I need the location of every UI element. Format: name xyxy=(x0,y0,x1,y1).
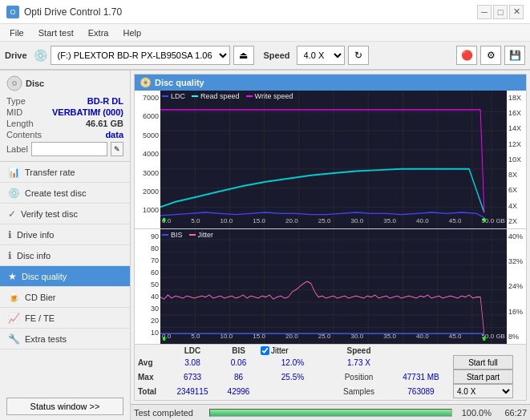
create-disc-icon: 💿 xyxy=(8,188,20,199)
disc-info-label: Disc info xyxy=(17,251,51,260)
sidebar-item-extra-tests[interactable]: 🔧 Extra tests xyxy=(0,329,130,349)
sidebar-item-create-test-disc[interactable]: 💿 Create test disc xyxy=(0,183,130,204)
start-full-button[interactable]: Start full xyxy=(453,355,513,370)
progress-time: 66:27 xyxy=(495,408,527,418)
stats-section: LDC BIS Jitter Speed Avg 3.08 xyxy=(135,344,526,400)
disc-icon xyxy=(6,75,22,91)
speed-label: Speed xyxy=(264,50,290,60)
eject-button[interactable]: ⏏ xyxy=(233,46,254,65)
status-window-area: Status window >> xyxy=(6,398,123,415)
refresh-button[interactable]: ↻ xyxy=(348,46,369,65)
label-input[interactable] xyxy=(31,142,107,156)
sidebar: Disc Type BD-R DL MID VERBATIMf (000) Le… xyxy=(0,71,131,420)
status-text: Test completed xyxy=(134,408,206,418)
avg-label: Avg xyxy=(138,358,168,367)
label-label: Label xyxy=(6,144,28,154)
chart-header: 📀 Disc quality xyxy=(135,75,526,91)
start-part-button[interactable]: Start part xyxy=(453,370,513,384)
disc-header: Disc xyxy=(6,75,123,91)
settings-btn1[interactable]: 🔴 xyxy=(456,46,477,65)
extra-tests-label: Extra tests xyxy=(25,334,67,344)
top-chart: 7000 6000 5000 4000 3000 2000 1000 xyxy=(135,91,526,229)
bis-header: BIS xyxy=(216,346,261,355)
disc-info-icon: ℹ xyxy=(8,250,12,261)
type-label: Type xyxy=(6,96,26,106)
fe-te-icon: 📈 xyxy=(8,313,20,324)
bottom-chart-y-right: 40% 32% 24% 16% 8% xyxy=(507,229,526,344)
app-icon: O xyxy=(6,6,19,18)
sidebar-item-transfer-rate[interactable]: 📊 Transfer rate xyxy=(0,162,130,183)
top-chart-y-left: 7000 6000 5000 4000 3000 2000 1000 xyxy=(135,91,160,228)
charts-container: 7000 6000 5000 4000 3000 2000 1000 xyxy=(135,91,526,344)
speed-select-small[interactable]: 4.0 X xyxy=(453,384,513,398)
label-edit-button[interactable]: ✎ xyxy=(111,142,123,156)
sidebar-item-verify-test-disc[interactable]: ✓ Verify test disc xyxy=(0,204,130,224)
window-controls: ─ □ ✕ xyxy=(477,5,524,19)
menu-file[interactable]: File xyxy=(3,26,30,39)
jitter-legend: Jitter xyxy=(189,231,214,239)
max-position: 47731 MB xyxy=(393,373,449,382)
bottom-chart-y-left: 90 80 70 60 50 40 30 20 10 xyxy=(135,229,160,344)
save-button[interactable]: 💾 xyxy=(504,46,525,65)
chart-header-icon: 📀 xyxy=(140,77,152,88)
menu-start-test[interactable]: Start test xyxy=(32,26,80,39)
total-label: Total xyxy=(138,387,168,396)
verify-disc-icon: ✓ xyxy=(8,208,16,220)
minimize-button[interactable]: ─ xyxy=(477,5,492,19)
disc-type-row: Type BD-R DL xyxy=(6,96,123,106)
progress-bar-row: Test completed 100.0% 66:27 xyxy=(131,404,530,420)
max-label: Max xyxy=(138,373,168,382)
cd-bier-label: CD Bier xyxy=(25,293,56,302)
content-area: 📀 Disc quality 7000 6000 5000 4000 3000 … xyxy=(131,71,530,420)
jitter-checkbox[interactable] xyxy=(261,346,269,355)
main-area: Disc Type BD-R DL MID VERBATIMf (000) Le… xyxy=(0,71,530,420)
title-bar: O Opti Drive Control 1.70 ─ □ ✕ xyxy=(0,0,530,24)
avg-bis: 0.06 xyxy=(216,358,261,367)
settings-btn2[interactable]: ⚙ xyxy=(480,46,501,65)
top-chart-y-right: 18X 16X 14X 12X 10X 8X 6X 4X 2X xyxy=(507,91,526,228)
total-ldc: 2349115 xyxy=(168,387,216,396)
stats-max-row: Max 6733 86 25.5% Position 47731 MB Star… xyxy=(138,370,523,384)
ldc-header: LDC xyxy=(168,346,216,355)
avg-speed: 1.73 X xyxy=(325,358,393,367)
disc-section-title: Disc xyxy=(26,79,44,88)
progress-fill xyxy=(210,410,451,416)
disc-panel: Disc Type BD-R DL MID VERBATIMf (000) Le… xyxy=(0,71,130,162)
drive-info-icon: ℹ xyxy=(8,229,12,240)
progress-track xyxy=(209,409,452,417)
position-label: Position xyxy=(325,373,393,382)
menu-help[interactable]: Help xyxy=(116,26,148,39)
max-ldc: 6733 xyxy=(168,373,216,382)
bottom-chart: 90 80 70 60 50 40 30 20 10 xyxy=(135,229,526,344)
jitter-checkbox-label: Jitter xyxy=(261,346,325,355)
status-window-button[interactable]: Status window >> xyxy=(6,398,123,415)
sidebar-item-cd-bier[interactable]: 🍺 CD Bier xyxy=(0,287,130,308)
max-bis: 86 xyxy=(216,373,261,382)
close-button[interactable]: ✕ xyxy=(509,5,524,19)
transfer-rate-label: Transfer rate xyxy=(25,168,75,177)
max-jitter: 25.5% xyxy=(261,373,325,382)
speed-select[interactable]: 4.0 X xyxy=(297,46,345,65)
ldc-legend: LDC xyxy=(162,92,185,100)
top-chart-inner: LDC Read speed Write speed xyxy=(160,91,507,228)
disc-contents-row: Contents data xyxy=(6,130,123,139)
drive-select[interactable]: (F:) PLEXTOR BD-R PX-LB950SA 1.06 xyxy=(51,46,230,65)
chart-legend: LDC Read speed Write speed xyxy=(162,92,293,100)
write-speed-legend: Write speed xyxy=(246,92,293,100)
avg-jitter: 12.0% xyxy=(261,358,325,367)
create-disc-label: Create test disc xyxy=(25,188,86,198)
menu-extra[interactable]: Extra xyxy=(82,26,115,39)
maximize-button[interactable]: □ xyxy=(493,5,508,19)
total-bis: 42996 xyxy=(216,387,261,396)
stats-avg-row: Avg 3.08 0.06 12.0% 1.73 X Start full xyxy=(138,355,523,370)
avg-ldc: 3.08 xyxy=(168,358,216,367)
disc-label-row: Label ✎ xyxy=(6,142,123,156)
sidebar-item-disc-quality[interactable]: ★ Disc quality xyxy=(0,266,130,287)
stats-total-row: Total 2349115 42996 Samples 763089 4.0 X xyxy=(138,384,523,398)
sidebar-item-fe-te[interactable]: 📈 FE / TE xyxy=(0,308,130,329)
read-speed-legend: Read speed xyxy=(192,92,240,100)
nav-menu: 📊 Transfer rate 💿 Create test disc ✓ Ver… xyxy=(0,162,130,349)
disc-quality-label: Disc quality xyxy=(22,272,67,281)
sidebar-item-drive-info[interactable]: ℹ Drive info xyxy=(0,224,130,245)
sidebar-item-disc-info[interactable]: ℹ Disc info xyxy=(0,245,130,266)
